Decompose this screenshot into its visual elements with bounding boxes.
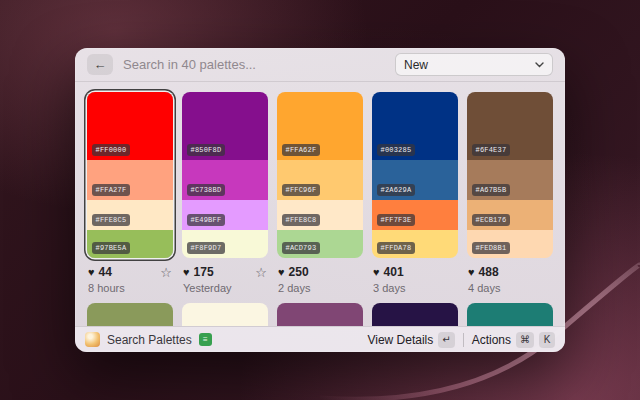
hex-label: #FFC96F — [282, 184, 320, 196]
hex-label: #003285 — [377, 144, 415, 156]
hex-label: #FFA62F — [282, 144, 320, 156]
hex-label: #FFE8C5 — [92, 214, 130, 226]
actions-label: Actions — [472, 333, 511, 347]
command-title: Search Palettes — [107, 333, 192, 347]
launcher-window: ← New #FF0000 #FFA27F #FFE8C5 #97BE5A ♥ — [75, 48, 565, 352]
hex-label: #6F4E37 — [472, 144, 510, 156]
heart-icon: ♥ — [468, 267, 475, 278]
palette-card[interactable] — [87, 303, 173, 326]
palette-meta: ♥ 488 ☆ — [467, 265, 553, 279]
palette-item: #850F8D #C738BD #E49BFF #F8F9D7 ♥ 175 ☆ … — [182, 92, 268, 294]
color-swatch[interactable]: #E49BFF — [182, 200, 268, 230]
palette-item: #6F4E37 #A67B5B #ECB176 #FED8B1 ♥ 488 ☆ … — [467, 92, 553, 294]
color-swatch[interactable]: #ECB176 — [467, 200, 553, 230]
palette-card[interactable]: #003285 #2A629A #FF7F3E #FFDA78 — [372, 92, 458, 258]
likes-count: 44 — [99, 266, 112, 278]
hex-label: #2A629A — [377, 184, 415, 196]
palette-meta: ♥ 250 ☆ — [277, 265, 363, 279]
palette-item: #FFA62F #FFC96F #FFE8C8 #ACD793 ♥ 250 ☆ … — [277, 92, 363, 294]
palette-age: 2 days — [277, 282, 363, 294]
hex-label: #A67B5B — [472, 184, 510, 196]
palette-card[interactable]: #FF0000 #FFA27F #FFE8C5 #97BE5A — [87, 92, 173, 258]
hex-label: #FFE8C8 — [282, 214, 320, 226]
color-swatch[interactable]: #F8F9D7 — [182, 230, 268, 258]
color-swatch[interactable]: #C738BD — [182, 160, 268, 200]
color-swatch[interactable]: #A67B5B — [467, 160, 553, 200]
cmd-key-icon: ⌘ — [516, 332, 534, 348]
back-button[interactable]: ← — [87, 54, 113, 75]
color-swatch[interactable]: #2A629A — [372, 160, 458, 200]
palette-age: 4 days — [467, 282, 553, 294]
color-swatch[interactable]: #FFA27F — [87, 160, 173, 200]
hex-label: #C738BD — [187, 184, 225, 196]
palette-card[interactable] — [372, 303, 458, 326]
color-swatch[interactable]: #FFA62F — [277, 92, 363, 160]
palette-meta: ♥ 401 ☆ — [372, 265, 458, 279]
color-swatch[interactable]: #850F8D — [182, 92, 268, 160]
footer-actions: View Details ↵ Actions ⌘ K — [367, 332, 555, 348]
palette-card[interactable] — [277, 303, 363, 326]
hex-label: #97BE5A — [92, 242, 130, 254]
hex-label: #FFDA78 — [377, 242, 415, 254]
likes-count: 250 — [289, 266, 309, 278]
hex-label: #ECB176 — [472, 214, 510, 226]
palette-item: #003285 #2A629A #FF7F3E #FFDA78 ♥ 401 ☆ … — [372, 92, 458, 294]
color-swatch[interactable]: #003285 — [372, 92, 458, 160]
hex-label: #FED8B1 — [472, 242, 510, 254]
palette-row-2 — [87, 303, 553, 326]
hex-label: #ACD793 — [282, 242, 320, 254]
palette-card[interactable]: #850F8D #C738BD #E49BFF #F8F9D7 — [182, 92, 268, 258]
palette-card[interactable]: #FFA62F #FFC96F #FFE8C8 #ACD793 — [277, 92, 363, 258]
palette-row-1: #FF0000 #FFA27F #FFE8C5 #97BE5A ♥ 44 ☆ 8… — [87, 92, 553, 294]
palette-meta: ♥ 175 ☆ — [182, 265, 268, 279]
enter-key-icon: ↵ — [438, 332, 454, 348]
color-swatch[interactable]: #FFDA78 — [372, 230, 458, 258]
color-swatch[interactable]: #FFE8C8 — [277, 200, 363, 230]
hex-label: #E49BFF — [187, 214, 225, 226]
palette-age: Yesterday — [182, 282, 268, 294]
color-swatch[interactable]: #97BE5A — [87, 230, 173, 258]
search-bar: ← New — [75, 48, 565, 82]
app-logo-icon — [85, 332, 100, 347]
palette-card[interactable] — [467, 303, 553, 326]
search-input[interactable] — [123, 57, 385, 72]
palette-age: 8 hours — [87, 282, 173, 294]
color-swatch[interactable]: #FFE8C5 — [87, 200, 173, 230]
palette-age: 3 days — [372, 282, 458, 294]
view-details-label: View Details — [367, 333, 433, 347]
action-bar: Search Palettes ≡ View Details ↵ Actions… — [75, 326, 565, 352]
hex-label: #FFA27F — [92, 184, 130, 196]
palette-card[interactable] — [182, 303, 268, 326]
arrow-left-icon: ← — [94, 57, 107, 72]
color-swatch[interactable]: #FED8B1 — [467, 230, 553, 258]
color-swatch[interactable]: #6F4E37 — [467, 92, 553, 160]
color-swatch[interactable]: #ACD793 — [277, 230, 363, 258]
color-swatch[interactable]: #FF0000 — [87, 92, 173, 160]
heart-icon: ♥ — [373, 267, 380, 278]
heart-icon: ♥ — [278, 267, 285, 278]
palette-grid: #FF0000 #FFA27F #FFE8C5 #97BE5A ♥ 44 ☆ 8… — [75, 82, 565, 326]
hex-label: #FF0000 — [92, 144, 130, 156]
view-details-action[interactable]: View Details ↵ — [367, 332, 454, 348]
extension-icon: ≡ — [199, 333, 212, 346]
sort-dropdown[interactable]: New — [395, 53, 553, 76]
hex-label: #850F8D — [187, 144, 225, 156]
k-key-icon: K — [539, 332, 555, 348]
palette-card[interactable]: #6F4E37 #A67B5B #ECB176 #FED8B1 — [467, 92, 553, 258]
star-icon[interactable]: ☆ — [255, 266, 267, 279]
chevron-down-icon — [535, 62, 544, 68]
sort-dropdown-value: New — [404, 58, 428, 72]
heart-icon: ♥ — [183, 267, 190, 278]
color-swatch[interactable]: #FFC96F — [277, 160, 363, 200]
palette-item: #FF0000 #FFA27F #FFE8C5 #97BE5A ♥ 44 ☆ 8… — [87, 92, 173, 294]
star-icon[interactable]: ☆ — [160, 266, 172, 279]
likes-count: 488 — [479, 266, 499, 278]
likes-count: 175 — [194, 266, 214, 278]
footer-divider — [463, 333, 464, 347]
actions-menu-button[interactable]: Actions ⌘ K — [472, 332, 555, 348]
palette-meta: ♥ 44 ☆ — [87, 265, 173, 279]
hex-label: #F8F9D7 — [187, 242, 225, 254]
hex-label: #FF7F3E — [377, 214, 415, 226]
color-swatch[interactable]: #FF7F3E — [372, 200, 458, 230]
likes-count: 401 — [384, 266, 404, 278]
